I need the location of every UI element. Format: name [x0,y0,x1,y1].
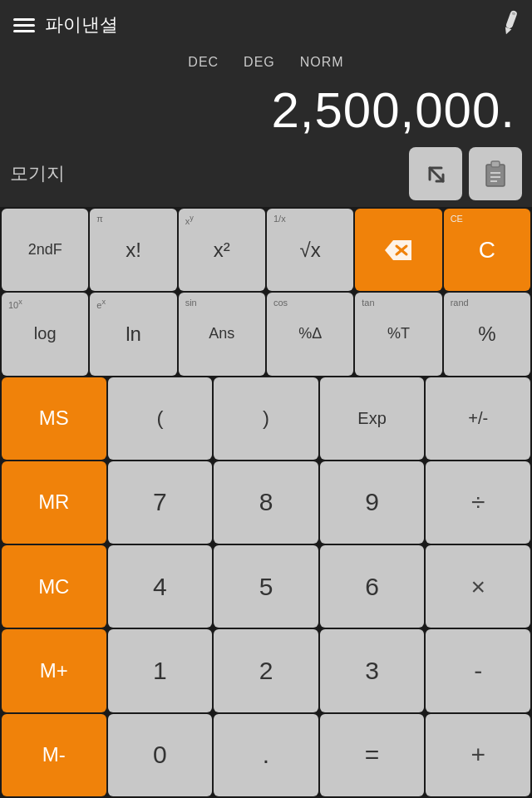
btn-1[interactable]: 1 [108,629,213,712]
btn-plus-minus[interactable]: +/- [426,377,530,460]
app-title: 파이낸셜 [45,12,118,37]
svg-marker-10 [385,240,411,260]
svg-rect-0 [505,10,518,29]
btn-3[interactable]: 3 [320,629,425,712]
btn-open-paren[interactable]: ( [108,377,213,460]
btn-close-paren[interactable]: ) [214,377,318,460]
btn-ln[interactable]: ex ln [90,293,176,375]
export-button[interactable] [409,147,462,200]
clipboard-button[interactable] [469,147,522,200]
btn-factorial[interactable]: π x! [90,209,176,291]
status-deg[interactable]: DEG [244,55,275,70]
btn-equals[interactable]: = [320,714,425,796]
svg-line-4 [430,168,443,181]
btn-9[interactable]: 9 [320,461,425,544]
display-label: 모기지 [10,161,65,186]
btn-0[interactable]: 0 [108,714,213,796]
btn-dot[interactable]: . [214,714,318,796]
btn-pct-delta[interactable]: cos %Δ [267,293,353,375]
header-left: 파이낸셜 [13,12,118,37]
btn-row-3: MS ( ) Exp +/- [2,377,530,460]
btn-mminus[interactable]: M- [2,714,106,796]
btn-mplus[interactable]: M+ [2,629,106,712]
btn-4[interactable]: 4 [108,545,213,628]
btn-rand-pct[interactable]: rand % [444,293,530,375]
btn-7[interactable]: 7 [108,461,213,544]
btn-row-5: MC 4 5 6 × [2,545,530,628]
display-area: 2,500,000. [0,73,532,142]
status-norm[interactable]: NORM [300,55,344,70]
btn-exp[interactable]: Exp [320,377,425,460]
btn-backspace[interactable] [355,209,441,291]
btn-8[interactable]: 8 [214,461,318,544]
svg-rect-5 [486,165,505,186]
btn-row-1: 2ndF π x! xy x² 1/x √x CE C [2,209,530,291]
display-bottom: 모기지 [0,142,532,207]
btn-log[interactable]: 10x log [2,293,88,375]
btn-mc[interactable]: MC [2,545,106,628]
btn-mr[interactable]: MR [2,461,106,544]
btn-row-7: M- 0 . = + [2,714,530,796]
status-bar: DEC DEG NORM [0,50,532,73]
btn-2ndf[interactable]: 2ndF [2,209,88,291]
btn-row-4: MR 7 8 9 ÷ [2,461,530,544]
svg-marker-1 [503,27,511,35]
btn-6[interactable]: 6 [320,545,425,628]
keypad: 2ndF π x! xy x² 1/x √x CE C 10x [0,207,532,798]
btn-row-6: M+ 1 2 3 - [2,629,530,712]
btn-pct-t[interactable]: tan %T [355,293,441,375]
btn-ans[interactable]: sin Ans [179,293,265,375]
btn-ms[interactable]: MS [2,377,106,460]
btn-divide[interactable]: ÷ [426,461,530,544]
btn-row-2: 10x log ex ln sin Ans cos %Δ tan %T rand… [2,293,530,375]
btn-multiply[interactable]: × [426,545,530,628]
display-value: 2,500,000. [271,81,515,139]
svg-rect-6 [491,161,500,167]
btn-add[interactable]: + [426,714,530,796]
btn-x2[interactable]: xy x² [179,209,265,291]
btn-ce-c[interactable]: CE C [444,209,530,291]
status-dec[interactable]: DEC [188,55,219,70]
pen-icon[interactable] [496,7,524,42]
btn-5[interactable]: 5 [214,545,318,628]
btn-subtract[interactable]: - [426,629,530,712]
menu-icon[interactable] [13,18,35,32]
header: 파이낸셜 [0,0,532,50]
display-actions [409,147,522,200]
btn-2[interactable]: 2 [214,629,318,712]
btn-sqrt[interactable]: 1/x √x [267,209,353,291]
